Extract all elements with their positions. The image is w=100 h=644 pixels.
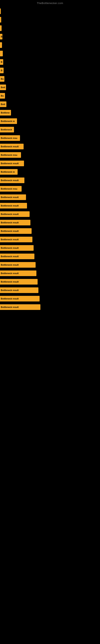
bar-label-14: Bottleneck re [1,120,15,122]
bar-row: Bott [0,100,100,108]
bar-35: Bottleneck result [0,296,40,302]
bar-label-34: Bottleneck result [1,289,19,292]
bar-row: Bottleneck resu [0,134,100,142]
bar-row [0,50,100,57]
bar-36: Bottleneck result [0,304,40,310]
bar-label-10: Bott [1,86,5,88]
bar-16: Bottleneck resu [0,135,20,141]
bar-11: Bo [0,93,5,98]
bar-7: B [0,59,3,65]
bar-label-19: Bottleneck result [1,162,19,164]
bar-28: Bottleneck result [0,237,32,242]
site-title: TheBottlenecker.com [0,0,100,6]
bar-row [0,24,100,32]
bar-6 [0,51,3,56]
bar-row: Bottleneck result [0,160,100,167]
bar-20: Bottleneck re [0,169,18,175]
bar-label-11: Bo [1,94,4,97]
bar-32: Bottleneck result [0,270,36,276]
bar-33: Bottleneck result [0,279,38,284]
bar-row: Bottleneck re [0,168,100,176]
bar-row: Bo [0,75,100,83]
bar-row: Bottleneck result [0,194,100,201]
bar-label-22: Bottleneck resu [1,188,17,190]
bar-label-17: Bottleneck result [1,145,19,148]
bar-row: Bottleneck re [0,117,100,125]
bar-row: Bottleneck result [0,227,100,235]
bar-label-27: Bottleneck result [1,230,19,232]
bar-row: Bottleneck result [0,252,100,260]
bar-row: Bottleneck result [0,244,100,252]
bar-12: Bott [0,102,6,107]
bar-label-15: Bottleneck [1,128,12,131]
bar-label-33: Bottleneck result [1,280,19,283]
bar-27: Bottleneck result [0,228,32,234]
bar-8: B [0,68,3,73]
bar-row: B [0,33,100,40]
bar-row: Bottleneck result [0,295,100,302]
bar-row: Bo [0,92,100,100]
bar-label-16: Bottleneck resu [1,137,17,139]
bar-label-31: Bottleneck result [1,264,19,266]
bars-container: BBBBoBottBoBottBottleneBottleneck reBott… [0,6,100,312]
bar-label-23: Bottleneck result [1,196,19,198]
bar-row: Bottleneck result [0,303,100,311]
bar-row: Bottleneck result [0,270,100,277]
bar-row [0,16,100,24]
bar-5 [0,42,2,48]
bar-row: Bottleneck result [0,261,100,269]
bar-row: B [0,58,100,66]
bar-34: Bottleneck result [0,288,38,293]
bar-label-32: Bottleneck result [1,272,19,274]
bar-row: Bottleneck result [0,278,100,286]
bar-row: Bottleneck result [0,143,100,150]
bar-19: Bottleneck result [0,160,24,166]
bar-label-13: Bottlene [1,112,10,114]
bar-row: Bottleneck result [0,236,100,243]
bar-label-7: B [1,61,2,63]
bar-3 [0,25,1,31]
bar-26: Bottleneck result [0,220,30,226]
bar-row: B [0,66,100,74]
bar-row: Bottleneck result [0,176,100,184]
bar-row [0,8,100,15]
bar-label-30: Bottleneck result [1,255,19,258]
bar-13: Bottlene [0,110,11,116]
bar-23: Bottleneck result [0,194,26,200]
bar-31: Bottleneck result [0,262,36,268]
bar-25: Bottleneck result [0,211,30,217]
bar-label-35: Bottleneck result [1,298,19,300]
bar-17: Bottleneck result [0,144,24,149]
bar-10: Bott [0,84,6,90]
bar-row: Bottleneck result [0,219,100,226]
bar-label-28: Bottleneck result [1,238,19,241]
bar-2 [0,17,1,22]
bar-row: Bottleneck result [0,286,100,294]
bar-row: Bottleneck resu [0,185,100,192]
bar-label-25: Bottleneck result [1,213,19,215]
bar-row: Bottleneck result [0,202,100,210]
bar-29: Bottleneck result [0,245,34,251]
bar-row: Bottleneck result [0,210,100,218]
bar-label-21: Bottleneck result [1,179,19,182]
bar-label-18: Bottleneck resu [1,154,17,156]
bar-label-20: Bottleneck re [1,171,15,173]
bar-label-4: B [1,36,2,38]
bar-22: Bottleneck resu [0,186,22,192]
bar-row [0,41,100,49]
bar-14: Bottleneck re [0,118,17,124]
bar-label-8: B [1,69,2,72]
bar-30: Bottleneck result [0,254,34,259]
bar-row: Bottleneck [0,126,100,134]
bar-21: Bottleneck result [0,178,24,183]
bar-row: Bott [0,84,100,91]
bar-row: Bottleneck resu [0,151,100,159]
bar-15: Bottleneck [0,127,14,132]
bar-label-36: Bottleneck result [1,306,19,308]
bar-9: Bo [0,76,4,82]
bar-label-29: Bottleneck result [1,247,19,249]
bar-row: Bottlene [0,109,100,116]
bar-1 [0,8,1,14]
bar-label-26: Bottleneck result [1,222,19,224]
bar-24: Bottleneck result [0,203,27,208]
